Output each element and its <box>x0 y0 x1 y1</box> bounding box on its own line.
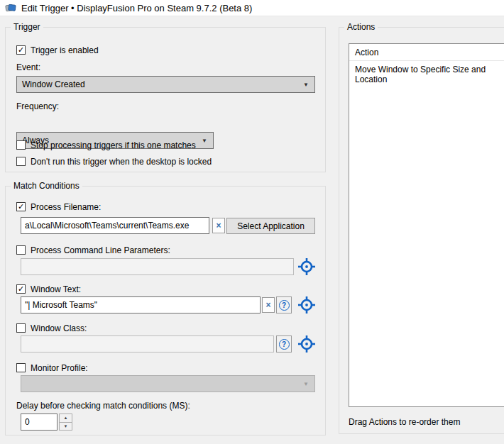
dont-run-locked-checkbox[interactable] <box>16 157 26 166</box>
window-text-row: ✓ Window Text: <box>16 284 81 294</box>
process-filename-clear-icon[interactable]: × <box>212 218 225 233</box>
match-conditions-group: Match Conditions ✓ Process Filename: × S… <box>5 186 326 435</box>
trigger-group: Trigger ✓ Trigger is enabled Event: Wind… <box>5 27 326 172</box>
match-conditions-group-title: Match Conditions <box>11 181 82 191</box>
monitor-profile-checkbox[interactable] <box>16 363 26 372</box>
process-cmdline-label[interactable]: Process Command Line Parameters: <box>31 245 170 255</box>
actions-list[interactable]: Action Move Window to Specific Size and … <box>349 43 504 407</box>
window-text-checkbox[interactable]: ✓ <box>16 284 26 294</box>
window-title: Edit Trigger • DisplayFusion Pro on Stea… <box>21 3 252 13</box>
frequency-label: Frequency: <box>16 101 59 111</box>
process-filename-label[interactable]: Process Filename: <box>31 202 101 212</box>
trigger-group-title: Trigger <box>11 22 43 32</box>
event-dropdown[interactable]: Window Created ▼ <box>16 76 315 93</box>
delay-input[interactable] <box>21 414 57 431</box>
spin-down-icon[interactable]: ▼ <box>59 422 72 431</box>
monitor-profile-label[interactable]: Monitor Profile: <box>31 363 88 373</box>
dont-run-locked-label[interactable]: Don't run this trigger when the desktop … <box>31 157 212 167</box>
delay-spinner: ▲ ▼ <box>21 414 72 431</box>
process-filename-checkbox[interactable]: ✓ <box>16 202 26 211</box>
window-text-input[interactable] <box>21 296 261 313</box>
process-cmdline-input <box>21 258 294 275</box>
event-label: Event: <box>16 62 40 72</box>
edit-trigger-window: { "window": { "title": "Edit Trigger • D… <box>0 0 504 444</box>
trigger-enabled-label[interactable]: Trigger is enabled <box>31 45 99 55</box>
process-cmdline-checkbox[interactable] <box>16 245 26 255</box>
actions-group-title: Actions <box>344 22 378 32</box>
window-class-checkbox[interactable] <box>16 323 26 333</box>
stop-processing-checkbox[interactable] <box>16 140 26 150</box>
window-picker-crosshair-icon[interactable] <box>297 296 316 314</box>
monitor-profile-dropdown: ▼ <box>21 375 315 392</box>
actions-footer-note: Drag Actions to re-order them <box>349 417 460 427</box>
window-text-help-button[interactable]: ? <box>276 296 292 313</box>
chevron-down-icon: ▼ <box>202 138 207 144</box>
window-class-help-button[interactable]: ? <box>276 335 292 353</box>
title-bar: Edit Trigger • DisplayFusion Pro on Stea… <box>0 0 504 16</box>
chevron-down-icon: ▼ <box>303 82 309 88</box>
monitor-profile-row: Monitor Profile: <box>16 362 88 373</box>
window-picker-crosshair-icon[interactable] <box>297 335 316 353</box>
chevron-down-icon: ▼ <box>303 382 309 387</box>
action-list-item[interactable]: Move Window to Specific Size and Locatio… <box>349 61 504 88</box>
window-class-row: Window Class: <box>16 323 87 333</box>
actions-group: Actions Action Move Window to Specific S… <box>339 27 504 434</box>
process-filename-row: ✓ Process Filename: <box>16 201 101 212</box>
trigger-enabled-row: ✓ Trigger is enabled <box>16 45 99 55</box>
event-dropdown-value: Window Created <box>22 79 85 89</box>
window-text-label[interactable]: Window Text: <box>31 284 81 294</box>
window-picker-crosshair-icon[interactable] <box>297 257 316 276</box>
help-icon: ? <box>279 339 290 350</box>
process-cmdline-row: Process Command Line Parameters: <box>16 245 170 255</box>
help-icon: ? <box>279 300 290 311</box>
trigger-enabled-checkbox[interactable]: ✓ <box>16 45 26 55</box>
delay-spin-buttons: ▲ ▼ <box>59 414 72 431</box>
dont-run-locked-row: Don't run this trigger when the desktop … <box>16 156 212 167</box>
stop-processing-row: Stop processing triggers if this one mat… <box>16 140 196 150</box>
process-filename-input[interactable] <box>21 217 209 234</box>
select-application-button[interactable]: Select Application <box>226 218 315 234</box>
actions-column-header: Action <box>349 44 504 61</box>
window-text-clear-icon[interactable]: × <box>262 297 275 313</box>
delay-label: Delay before checking match conditions (… <box>16 401 190 411</box>
window-class-input <box>21 335 274 353</box>
window-class-label[interactable]: Window Class: <box>31 323 87 333</box>
displayfusion-app-icon <box>5 2 16 13</box>
stop-processing-label[interactable]: Stop processing triggers if this one mat… <box>31 140 196 150</box>
